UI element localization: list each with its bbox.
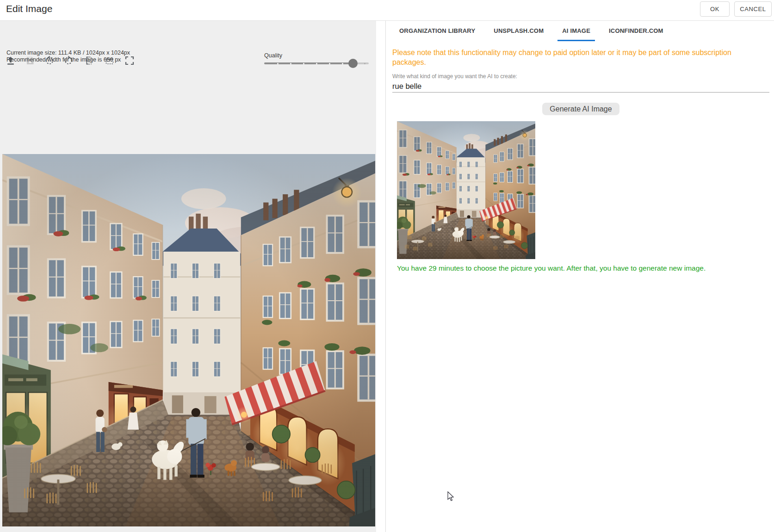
slider-tick [303,63,304,64]
generate-ai-image-button[interactable]: Generate AI Image [542,103,619,115]
slider-tick [364,63,365,64]
edited-image-preview [2,154,375,526]
mouse-cursor [447,491,455,502]
quality-slider-thumb[interactable] [348,59,358,68]
tab-iconfinder[interactable]: ICONFINDER.COM [604,27,668,41]
source-tabs: ORGANIZATION LIBRARY UNSPLASH.COM AI IMA… [392,27,668,41]
fullscreen-icon [124,55,135,66]
paid-option-notice: Please note that this functionality may … [392,48,765,67]
generate-button-row: Generate AI Image [392,103,769,115]
slider-tick [316,63,317,64]
tab-ai-image[interactable]: AI IMAGE [557,27,595,41]
quality-label: Quality [264,52,282,59]
ai-prompt-input[interactable] [392,80,769,93]
slider-tick [290,63,291,64]
cancel-button[interactable]: CANCEL [734,1,772,17]
slider-tick [342,63,343,64]
tab-unsplash[interactable]: UNSPLASH.COM [489,27,548,41]
timer-note: You have 29 minutes to choose the pictur… [397,264,767,272]
edit-image-dialog: Edit Image OK CANCEL [0,0,774,532]
prompt-label: Write what kind of image you want the AI… [392,73,517,80]
recommended-width-info: Recommended width for the image is 650 p… [6,56,121,63]
slider-tick [329,63,330,64]
image-editor-panel: Current image size: 111.4 KB / 1024px x … [0,21,376,532]
fullscreen-button[interactable] [124,55,135,66]
image-source-panel: ORGANIZATION LIBRARY UNSPLASH.COM AI IMA… [386,21,774,532]
dialog-header: Edit Image OK CANCEL [0,0,774,21]
slider-tick [277,63,279,64]
image-size-info: Current image size: 111.4 KB / 1024px x … [6,49,130,56]
ok-button[interactable]: OK [700,1,730,17]
dialog-title: Edit Image [6,3,52,14]
tab-organization-library[interactable]: ORGANIZATION LIBRARY [395,27,480,41]
generated-image-thumbnail[interactable] [397,121,535,259]
